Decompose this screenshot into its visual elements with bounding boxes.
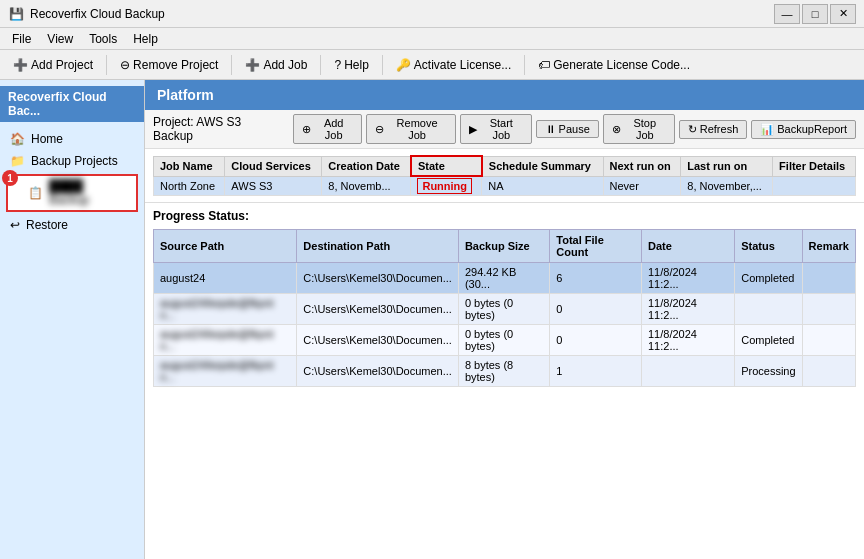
menu-tools[interactable]: Tools [81,30,125,48]
job-table-col-filter: Filter Details [773,156,856,176]
minimize-button[interactable]: — [774,4,800,24]
progress-col-dest: Destination Path [297,230,459,263]
platform-pause-icon: ⏸ [545,123,556,135]
platform-toolbar: Project: AWS S3 Backup ⊕ Add Job ⊖ Remov… [145,110,864,149]
activate-license-label: Activate License... [414,58,511,72]
platform-refresh-label: Refresh [700,123,739,135]
backup-size-cell: 8 bytes (8 bytes) [458,356,549,387]
add-project-icon: ➕ [13,58,28,72]
sidebar-header: Recoverfix Cloud Bac... [0,86,144,122]
platform-add-job-icon: ⊕ [302,123,311,136]
platform-remove-job-icon: ⊖ [375,123,384,136]
job-table-area: Job Name Cloud Services Creation Date St… [145,149,864,203]
help-button[interactable]: ? Help [327,55,375,75]
progress-col-remark: Remark [802,230,855,263]
creation-date-cell: 8, Novemb... [322,176,411,196]
add-job-toolbar-button[interactable]: ➕ Add Job [238,55,314,75]
dest-path-cell: C:\Users\Kemel30\Documen... [297,325,459,356]
progress-table-row[interactable]: august24/kepde@fkpnt n... C:\Users\Kemel… [154,356,856,387]
project-label: Project: AWS S3 Backup [153,115,281,143]
platform-add-job-button[interactable]: ⊕ Add Job [293,114,362,144]
sidebar-section-backup-projects[interactable]: 📁 Backup Projects [0,150,144,172]
sidebar-restore-label: Restore [26,218,68,232]
add-project-label: Add Project [31,58,93,72]
platform-pause-button[interactable]: ⏸ Pause [536,120,599,138]
backup-projects-label: Backup Projects [31,154,118,168]
source-path-cell: august24 [154,263,297,294]
date-cell: 11/8/2024 11:2... [642,325,735,356]
last-run-cell: 8, November,... [681,176,773,196]
remove-project-label: Remove Project [133,58,218,72]
app-icon: 💾 [8,6,24,22]
remark-cell [802,325,855,356]
progress-table-row[interactable]: august24 C:\Users\Kemel30\Documen... 294… [154,263,856,294]
sidebar-item-restore[interactable]: ↩ Restore [0,214,144,236]
job-table-col-cloud: Cloud Services [225,156,322,176]
next-run-cell: Never [603,176,681,196]
platform-refresh-button[interactable]: ↻ Refresh [679,120,748,139]
source-path-cell: august24/kepde@fkpnt n... [154,325,297,356]
platform-stop-label: Stop Job [624,117,666,141]
platform-pause-label: Pause [559,123,590,135]
sidebar-home-label: Home [31,132,63,146]
remove-project-button[interactable]: ⊖ Remove Project [113,55,225,75]
menu-file[interactable]: File [4,30,39,48]
date-cell: 11/8/2024 11:2... [642,294,735,325]
generate-license-button[interactable]: 🏷 Generate License Code... [531,55,697,75]
platform-remove-job-label: Remove Job [387,117,447,141]
total-count-cell: 1 [550,356,642,387]
platform-start-job-button[interactable]: ▶ Start Job [460,114,532,144]
menu-view[interactable]: View [39,30,81,48]
help-label: Help [344,58,369,72]
content-area: Platform Project: AWS S3 Backup ⊕ Add Jo… [145,80,864,559]
title-bar-text: Recoverfix Cloud Backup [30,7,774,21]
job-table-col-creation: Creation Date [322,156,411,176]
close-button[interactable]: ✕ [830,4,856,24]
job-table-col-state: State [411,156,482,176]
progress-table-row[interactable]: august24/kepde@fkpnt n... C:\Users\Kemel… [154,325,856,356]
job-table-row[interactable]: North Zone AWS S3 8, Novemb... Running N… [154,176,856,196]
remark-cell [802,294,855,325]
toolbar-separator-1 [106,55,107,75]
activate-license-icon: 🔑 [396,58,411,72]
platform-refresh-icon: ↻ [688,123,697,136]
help-icon: ? [334,58,341,72]
platform-start-job-icon: ▶ [469,123,477,136]
platform-stop-job-button[interactable]: ⊗ Stop Job [603,114,675,144]
job-table-col-lastrun: Last run on [681,156,773,176]
toolbar-separator-2 [231,55,232,75]
menu-help[interactable]: Help [125,30,166,48]
remove-project-icon: ⊖ [120,58,130,72]
backup-projects-icon: 📁 [10,154,25,168]
maximize-button[interactable]: □ [802,4,828,24]
platform-backup-report-label: BackupReport [777,123,847,135]
job-table-col-nextrun: Next run on [603,156,681,176]
platform-remove-job-button[interactable]: ⊖ Remove Job [366,114,456,144]
source-path-cell: august24/kepde@fkpnt n... [154,356,297,387]
sidebar-item-home[interactable]: 🏠 Home [0,128,144,150]
platform-add-job-label: Add Job [314,117,353,141]
main-toolbar: ➕ Add Project ⊖ Remove Project ➕ Add Job… [0,50,864,80]
sidebar-backup-item[interactable]: 1 📋 ████ Backup [6,174,138,212]
status-cell: Completed [735,325,802,356]
menu-bar: File View Tools Help [0,28,864,50]
schedule-summary-cell: NA [482,176,603,196]
activate-license-button[interactable]: 🔑 Activate License... [389,55,518,75]
status-cell [735,294,802,325]
add-job-label: Add Job [263,58,307,72]
progress-table-row[interactable]: august24/kepde@fkpnt n... C:\Users\Kemel… [154,294,856,325]
total-count-cell: 0 [550,325,642,356]
window-controls: — □ ✕ [774,4,856,24]
progress-col-backup-size: Backup Size [458,230,549,263]
generate-license-icon: 🏷 [538,58,550,72]
progress-col-date: Date [642,230,735,263]
status-cell: Processing [735,356,802,387]
job-name-cell: North Zone [154,176,225,196]
backup-item-icon: 📋 [28,186,43,200]
toolbar-separator-4 [382,55,383,75]
add-project-button[interactable]: ➕ Add Project [6,55,100,75]
platform-backup-report-button[interactable]: 📊 BackupReport [751,120,856,139]
generate-license-label: Generate License Code... [553,58,690,72]
total-count-cell: 0 [550,294,642,325]
state-cell: Running [411,176,482,196]
